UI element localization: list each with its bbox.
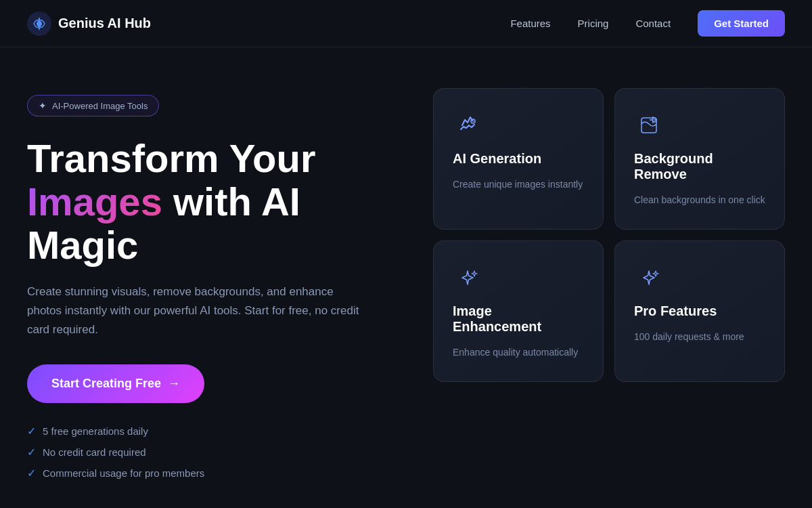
- check-label-3: Commercial usage for pro members: [43, 467, 204, 479]
- nav-logo: Genius AI Hub: [27, 12, 151, 36]
- badge: ✦ AI-Powered Image Tools: [27, 95, 159, 117]
- brand-name: Genius AI Hub: [58, 16, 151, 31]
- nav-link-features[interactable]: Features: [510, 18, 550, 29]
- ai-generation-title: AI Generation: [453, 151, 584, 167]
- hero-title-part1: Transform Your: [27, 136, 316, 180]
- background-remove-desc: Clean backgrounds in one click: [634, 193, 765, 207]
- logo-icon: [27, 12, 51, 36]
- nav-link-pricing[interactable]: Pricing: [578, 18, 609, 29]
- arrow-icon: →: [168, 377, 180, 391]
- hero-title-accent: Images: [27, 179, 162, 224]
- feature-card-pro-features[interactable]: Pro Features 100 daily requests & more: [614, 240, 785, 382]
- start-creating-button[interactable]: Start Creating Free →: [27, 364, 204, 403]
- nav-link-contact[interactable]: Contact: [635, 18, 671, 29]
- ai-generation-icon: [453, 110, 482, 140]
- svg-point-1: [37, 21, 42, 26]
- badge-text: AI-Powered Image Tools: [52, 101, 148, 111]
- image-enhancement-desc: Enhance quality automatically: [453, 345, 584, 360]
- pro-features-icon: [634, 263, 664, 293]
- get-started-button[interactable]: Get Started: [698, 10, 785, 37]
- hero-section: ✦ AI-Powered Image Tools Transform Your …: [0, 47, 812, 480]
- nav-links: Features Pricing Contact Get Started: [510, 10, 785, 37]
- feature-cards-grid: AI Generation Create unique images insta…: [433, 88, 785, 382]
- hero-left: ✦ AI-Powered Image Tools Transform Your …: [27, 88, 406, 480]
- image-enhancement-icon: [453, 263, 482, 293]
- background-remove-icon: [634, 110, 664, 140]
- checklist: ✓ 5 free generations daily ✓ No credit c…: [27, 425, 406, 480]
- feature-card-background-remove[interactable]: Background Remove Clean backgrounds in o…: [614, 88, 785, 230]
- hero-title: Transform Your Images with AI Magic: [27, 137, 406, 266]
- check-item-2: ✓ No credit card required: [27, 446, 406, 459]
- check-icon-1: ✓: [27, 425, 36, 438]
- check-icon-2: ✓: [27, 446, 36, 459]
- check-label-1: 5 free generations daily: [43, 425, 148, 437]
- image-enhancement-title: Image Enhancement: [453, 303, 584, 335]
- cta-label: Start Creating Free: [51, 377, 161, 391]
- navbar: Genius AI Hub Features Pricing Contact G…: [0, 0, 812, 47]
- feature-card-ai-generation[interactable]: AI Generation Create unique images insta…: [433, 88, 604, 230]
- pro-features-desc: 100 daily requests & more: [634, 330, 765, 344]
- badge-icon: ✦: [39, 100, 47, 111]
- feature-card-image-enhancement[interactable]: Image Enhancement Enhance quality automa…: [433, 240, 604, 382]
- check-label-2: No credit card required: [43, 446, 146, 458]
- ai-generation-desc: Create unique images instantly: [453, 177, 584, 192]
- hero-description: Create stunning visuals, remove backgrou…: [27, 282, 365, 339]
- check-icon-3: ✓: [27, 467, 36, 480]
- check-item-1: ✓ 5 free generations daily: [27, 425, 406, 438]
- pro-features-title: Pro Features: [634, 303, 765, 319]
- background-remove-title: Background Remove: [634, 151, 765, 182]
- check-item-3: ✓ Commercial usage for pro members: [27, 467, 406, 480]
